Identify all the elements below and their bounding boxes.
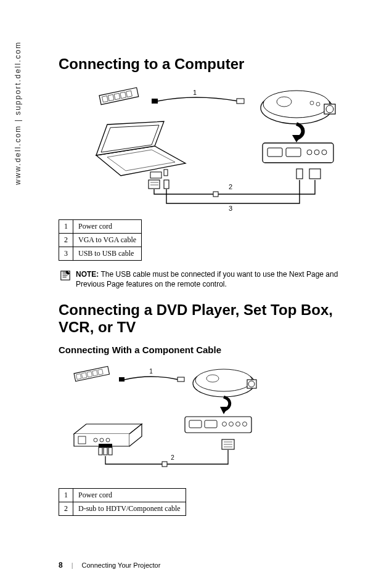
svg-rect-22 bbox=[164, 169, 168, 176]
table-row: 3 USB to USB cable bbox=[59, 247, 142, 261]
svg-rect-44 bbox=[185, 417, 251, 433]
legend-desc: Power cord bbox=[73, 489, 186, 502]
legend-table-1: 1 Power cord 2 VGA to VGA cable 3 USB to… bbox=[59, 219, 142, 261]
table-row: 2 VGA to VGA cable bbox=[59, 234, 142, 247]
legend-table-2: 1 Power cord 2 D-sub to HDTV/Component c… bbox=[59, 488, 186, 516]
page-number: 8 bbox=[59, 561, 63, 570]
legend-desc: VGA to VGA cable bbox=[73, 234, 142, 247]
diagram-computer-connection: 1 bbox=[59, 81, 361, 211]
svg-point-40 bbox=[195, 369, 252, 391]
legend-num: 3 bbox=[59, 247, 73, 261]
side-url-text: www.dell.com | support.dell.com bbox=[14, 41, 22, 185]
subheading-component-cable: Connecting With a Component Cable bbox=[59, 345, 361, 355]
svg-rect-27 bbox=[213, 192, 218, 197]
diagram1-label-3: 3 bbox=[228, 205, 232, 211]
legend-desc: USB to USB cable bbox=[73, 247, 142, 261]
svg-rect-28 bbox=[309, 169, 321, 179]
legend-num: 1 bbox=[59, 489, 73, 502]
svg-rect-63 bbox=[162, 462, 167, 467]
svg-rect-21 bbox=[150, 172, 161, 178]
svg-rect-23 bbox=[149, 180, 160, 189]
svg-rect-56 bbox=[104, 447, 107, 455]
legend-desc: Power cord bbox=[73, 220, 142, 234]
table-row: 1 Power cord bbox=[59, 220, 142, 234]
legend-num: 2 bbox=[59, 502, 73, 516]
svg-rect-29 bbox=[296, 169, 303, 179]
svg-rect-26 bbox=[164, 180, 169, 189]
heading-connecting-dvd: Connecting a DVD Player, Set Top Box, VC… bbox=[59, 301, 361, 336]
note-body: The USB cable must be connected if you w… bbox=[76, 270, 338, 288]
page-footer: 8 | Connecting Your Projector bbox=[59, 561, 160, 570]
svg-rect-15 bbox=[263, 143, 333, 163]
diagram1-label-1: 1 bbox=[192, 89, 196, 96]
diagram2-label-2: 2 bbox=[171, 454, 174, 461]
heading-connecting-computer: Connecting to a Computer bbox=[59, 55, 361, 73]
svg-rect-7 bbox=[237, 99, 244, 104]
diagram-component-connection: 1 bbox=[65, 362, 367, 480]
note-block: NOTE: The USB cable must be connected if… bbox=[59, 269, 361, 289]
svg-rect-38 bbox=[178, 377, 184, 382]
note-label: NOTE: bbox=[76, 270, 99, 279]
legend-num: 2 bbox=[59, 234, 73, 247]
diagram1-label-2: 2 bbox=[228, 183, 232, 190]
table-row: 2 D-sub to HDTV/Component cable bbox=[59, 502, 186, 516]
footer-separator: | bbox=[71, 561, 73, 569]
svg-rect-58 bbox=[99, 444, 112, 447]
table-row: 1 Power cord bbox=[59, 489, 186, 502]
diagram2-label-1: 1 bbox=[149, 368, 153, 375]
legend-num: 1 bbox=[59, 220, 73, 234]
legend-desc: D-sub to HDTV/Component cable bbox=[73, 502, 186, 516]
svg-rect-57 bbox=[108, 447, 112, 455]
note-icon bbox=[60, 270, 71, 281]
svg-rect-37 bbox=[119, 377, 125, 382]
svg-rect-6 bbox=[152, 99, 158, 104]
footer-section: Connecting Your Projector bbox=[82, 561, 161, 569]
svg-rect-55 bbox=[99, 447, 102, 455]
note-text: NOTE: The USB cable must be connected if… bbox=[76, 269, 361, 289]
